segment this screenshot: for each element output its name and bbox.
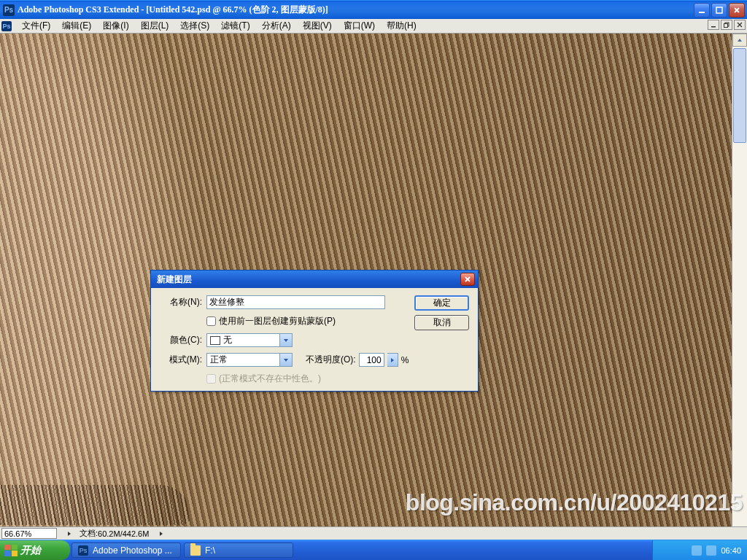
doc-minimize-button[interactable]: [708, 20, 719, 30]
workspace: 新建图层 名称(N): 使用前一图层创建剪贴蒙版(P) 颜色(C): 无: [0, 34, 747, 540]
chevron-down-icon: [279, 334, 292, 346]
photoshop-icon: Ps: [3, 4, 15, 16]
tray-icon[interactable]: [692, 545, 702, 556]
taskbar-item-photoshop[interactable]: Ps Adobe Photoshop ...: [71, 542, 181, 558]
photoshop-icon: Ps: [78, 545, 88, 556]
neutral-fill-label: (正常模式不存在中性色。): [219, 373, 321, 385]
svg-rect-2: [711, 26, 716, 28]
new-layer-dialog: 新建图层 名称(N): 使用前一图层创建剪贴蒙版(P) 颜色(C): 无: [150, 270, 479, 392]
photoshop-icon: Ps: [1, 21, 12, 31]
mode-label: 模式(M):: [160, 354, 202, 366]
start-button[interactable]: 开始: [0, 540, 70, 560]
doc-close-button[interactable]: [734, 20, 746, 30]
opacity-label: 不透明度(O):: [306, 354, 356, 366]
name-label: 名称(N):: [160, 296, 202, 308]
mode-select[interactable]: 正常: [206, 353, 293, 367]
minimize-button[interactable]: [694, 3, 710, 18]
dialog-close-button[interactable]: [460, 273, 475, 286]
taskbar: 开始 Ps Adobe Photoshop ... F:\ 06:40: [0, 540, 747, 560]
neutral-fill-checkbox: [206, 374, 216, 384]
folder-icon: [190, 545, 201, 556]
color-value: 无: [223, 334, 232, 346]
menu-window[interactable]: 窗口(W): [338, 18, 381, 34]
name-input[interactable]: [206, 295, 385, 309]
image-content: [0, 485, 190, 525]
cancel-button[interactable]: 取消: [414, 315, 469, 330]
taskbar-item-label: Adobe Photoshop ...: [93, 545, 172, 556]
status-bar: 66.67% 文档: 60.2M/442.6M: [0, 526, 747, 540]
start-label: 开始: [20, 544, 41, 557]
zoom-input[interactable]: 66.67%: [1, 528, 57, 539]
opacity-input[interactable]: [359, 353, 384, 367]
mode-value: 正常: [210, 354, 228, 366]
menu-file[interactable]: 文件(F): [16, 18, 56, 34]
doc-size-menu-icon[interactable]: [158, 531, 164, 537]
color-label: 颜色(C):: [160, 334, 202, 346]
opacity-flyout-button[interactable]: [387, 353, 398, 367]
scroll-track[interactable]: [732, 47, 747, 526]
menu-analysis[interactable]: 分析(A): [256, 18, 297, 34]
clock: 06:40: [721, 546, 741, 555]
menu-view[interactable]: 视图(V): [297, 18, 338, 34]
color-swatch-icon: [210, 336, 220, 345]
maximize-button[interactable]: [711, 3, 727, 18]
doc-size-label: 文档:: [80, 528, 98, 539]
chevron-down-icon: [279, 354, 292, 366]
clipping-mask-checkbox[interactable]: [206, 316, 216, 326]
menu-bar: Ps 文件(F) 编辑(E) 图像(I) 图层(L) 选择(S) 滤镜(T) 分…: [0, 19, 747, 34]
doc-size-value: 60.2M/442.6M: [98, 529, 149, 538]
ok-button[interactable]: 确定: [414, 295, 469, 311]
menu-layer[interactable]: 图层(L): [135, 18, 175, 34]
svg-rect-0: [699, 12, 705, 13]
clipping-mask-label: 使用前一图层创建剪贴蒙版(P): [219, 315, 336, 327]
close-button[interactable]: [729, 3, 745, 18]
vertical-scrollbar[interactable]: [732, 34, 747, 540]
svg-rect-4: [724, 24, 728, 28]
dialog-title: 新建图层: [157, 273, 460, 286]
menu-help[interactable]: 帮助(H): [381, 18, 422, 34]
watermark: blog.sina.com.cn/u/2002410215: [406, 489, 743, 516]
opacity-suffix: %: [401, 355, 409, 365]
tray-icon[interactable]: [706, 545, 716, 556]
menu-image[interactable]: 图像(I): [97, 18, 134, 34]
menu-edit[interactable]: 编辑(E): [56, 18, 97, 34]
scroll-up-button[interactable]: [732, 34, 747, 47]
zoom-menu-icon[interactable]: [66, 531, 72, 537]
doc-restore-button[interactable]: [721, 20, 732, 30]
window-title: Adobe Photoshop CS3 Extended - [Untitled…: [18, 4, 694, 16]
menu-select[interactable]: 选择(S): [174, 18, 215, 34]
scroll-thumb[interactable]: [733, 48, 746, 143]
svg-rect-1: [716, 7, 722, 13]
window-title-bar: Ps Adobe Photoshop CS3 Extended - [Untit…: [0, 0, 747, 19]
system-tray[interactable]: 06:40: [652, 540, 747, 560]
dialog-title-bar[interactable]: 新建图层: [151, 271, 478, 288]
taskbar-item-label: F:\: [205, 545, 215, 556]
taskbar-item-explorer[interactable]: F:\: [184, 542, 293, 558]
menu-filter[interactable]: 滤镜(T): [215, 18, 255, 34]
color-select[interactable]: 无: [206, 333, 293, 347]
windows-logo-icon: [4, 545, 18, 556]
